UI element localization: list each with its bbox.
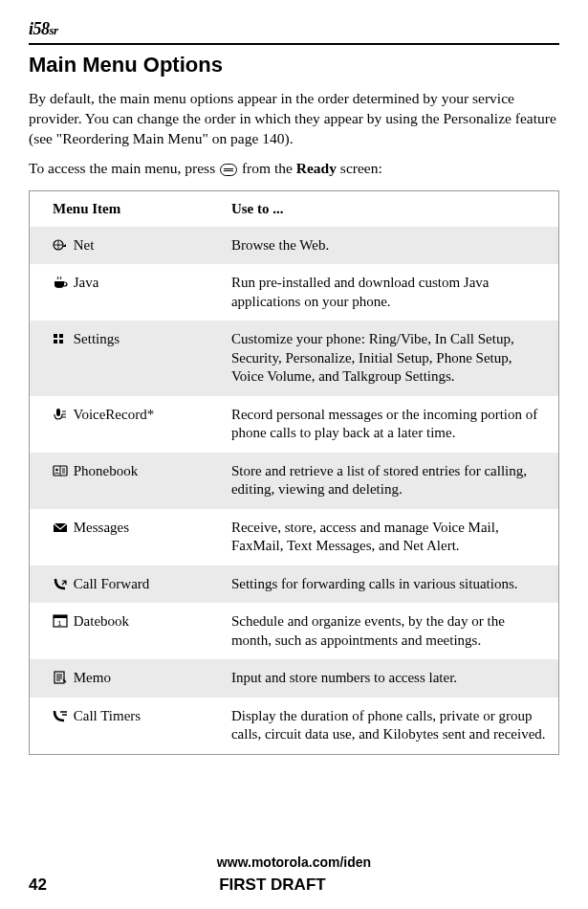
call-timers-icon xyxy=(53,709,68,722)
menu-key-icon xyxy=(220,164,237,176)
table-header-row: Menu Item Use to ... xyxy=(30,190,559,227)
header-menu-item: Menu Item xyxy=(30,190,220,227)
row-desc: Settings for forwarding calls in various… xyxy=(220,565,559,604)
svg-rect-10 xyxy=(54,615,67,618)
access-tail: screen: xyxy=(337,160,382,176)
voicerecord-icon xyxy=(53,408,68,421)
table-row: Memo Input and store numbers to access l… xyxy=(30,659,559,698)
row-label: Messages xyxy=(74,520,129,535)
row-label: Net xyxy=(74,237,95,253)
row-desc: Browse the Web. xyxy=(220,227,559,265)
row-desc: Record personal messages or the incoming… xyxy=(220,396,559,453)
menu-table: Menu Item Use to ... Net Browse the Web.… xyxy=(29,190,559,755)
svg-rect-1 xyxy=(54,334,57,338)
table-row: VoiceRecord* Record personal messages or… xyxy=(30,396,559,453)
table-row: 1 Datebook Schedule and organize events,… xyxy=(30,603,559,659)
access-pre: To access the main menu, press xyxy=(29,160,219,176)
svg-rect-12 xyxy=(54,672,64,683)
table-row: Call Timers Display the duration of phon… xyxy=(30,698,559,755)
svg-text:1: 1 xyxy=(57,619,62,628)
table-row: Net Browse the Web. xyxy=(30,227,559,265)
access-paragraph: To access the main menu, press from the … xyxy=(29,159,559,179)
row-label: Call Forward xyxy=(74,576,150,591)
row-desc: Input and store numbers to access later. xyxy=(220,659,559,698)
svg-rect-4 xyxy=(59,340,63,344)
row-desc: Run pre-installed and download custom Ja… xyxy=(220,264,559,321)
row-desc: Schedule and organize events, by the day… xyxy=(220,603,559,659)
header-use-to: Use to ... xyxy=(220,190,559,227)
draft-status: FIRST DRAFT xyxy=(219,876,325,895)
access-post: from the xyxy=(238,160,296,176)
settings-icon xyxy=(53,332,68,345)
svg-rect-5 xyxy=(56,409,60,416)
row-label: Java xyxy=(74,275,99,290)
logo-suffix: sr xyxy=(50,23,58,37)
java-icon xyxy=(53,276,68,289)
row-desc: Customize your phone: Ring/Vibe, In Call… xyxy=(220,321,559,396)
svg-point-7 xyxy=(55,468,58,471)
logo-main: i58 xyxy=(29,19,50,38)
svg-rect-3 xyxy=(54,340,57,344)
footer-url: www.motorola.com/iden xyxy=(29,854,559,870)
row-desc: Store and retrieve a list of stored entr… xyxy=(220,453,559,509)
net-icon xyxy=(53,238,68,252)
footer: www.motorola.com/iden 42 FIRST DRAFT xyxy=(29,854,559,895)
table-row: Phonebook Store and retrieve a list of s… xyxy=(30,453,559,509)
datebook-icon: 1 xyxy=(53,614,68,628)
call-forward-icon xyxy=(53,577,68,590)
row-label: VoiceRecord* xyxy=(73,407,154,422)
section-title: Main Menu Options xyxy=(29,53,559,78)
row-label: Settings xyxy=(74,331,120,346)
row-label: Memo xyxy=(74,670,111,685)
intro-paragraph: By default, the main menu options appear… xyxy=(29,89,559,149)
logo: i58sr xyxy=(29,19,559,39)
row-label: Phonebook xyxy=(74,463,139,478)
access-bold: Ready xyxy=(296,160,337,176)
divider xyxy=(29,43,559,45)
phonebook-icon xyxy=(53,464,68,477)
row-desc: Receive, store, access and manage Voice … xyxy=(220,509,559,565)
row-label: Datebook xyxy=(74,613,129,629)
table-row: Settings Customize your phone: Ring/Vibe… xyxy=(30,321,559,396)
row-label: Call Timers xyxy=(74,708,141,723)
memo-icon xyxy=(53,671,68,684)
svg-rect-2 xyxy=(59,334,63,338)
row-desc: Display the duration of phone calls, pri… xyxy=(220,698,559,755)
table-row: Call Forward Settings for forwarding cal… xyxy=(30,565,559,604)
messages-icon xyxy=(53,521,68,534)
table-row: Java Run pre-installed and download cust… xyxy=(30,264,559,321)
page-number: 42 xyxy=(29,876,47,895)
table-row: Messages Receive, store, access and mana… xyxy=(30,509,559,565)
